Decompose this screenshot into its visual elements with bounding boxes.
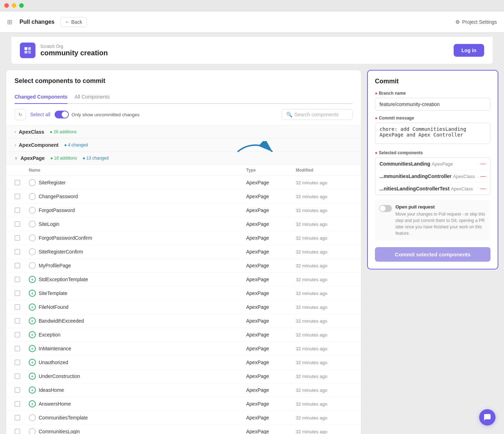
- maximize-button[interactable]: [19, 3, 24, 8]
- grid-icon: ⊞: [7, 18, 12, 26]
- plus-icon: +: [29, 386, 36, 394]
- tab-changed-components[interactable]: Changed Components: [15, 90, 67, 104]
- row-name-text: CommunitiesLogin: [39, 429, 80, 434]
- table-row: + BandwidthExceeded ApexPage 32 minutes …: [6, 314, 361, 328]
- row-name: + IdeasHome: [29, 386, 246, 394]
- row-checkbox[interactable]: [15, 429, 20, 434]
- tab-all-components[interactable]: All Components: [74, 90, 110, 104]
- row-checkbox[interactable]: [15, 194, 20, 199]
- select-all-button[interactable]: Select all: [30, 112, 50, 117]
- row-modified: 32 minutes ago: [296, 374, 353, 379]
- row-checkbox[interactable]: [15, 277, 20, 282]
- row-checkbox[interactable]: [15, 360, 20, 365]
- row-name-text: StdExceptionTemplate: [39, 277, 88, 282]
- row-modified: 32 minutes ago: [296, 332, 353, 338]
- uncommitted-toggle-wrap: Only show uncommitted changes: [55, 111, 139, 118]
- plus-icon: +: [29, 304, 36, 311]
- circle-icon: [29, 248, 36, 255]
- refresh-icon: ↻: [18, 112, 22, 117]
- commit-selected-button[interactable]: Commit selected components: [375, 247, 491, 262]
- commit-message-input[interactable]: chore: add CommunitiesLanding ApexPage a…: [375, 123, 491, 144]
- row-type: ApexPage: [246, 235, 296, 241]
- row-checkbox[interactable]: [15, 401, 20, 407]
- minimize-button[interactable]: [12, 3, 16, 8]
- row-name: ForgotPasswordConfirm: [29, 234, 246, 241]
- top-bar: ⊞ Pull changes ← Back ⚙ Project Settings: [0, 11, 504, 33]
- row-modified: 32 minutes ago: [296, 291, 353, 296]
- row-checkbox[interactable]: [15, 263, 20, 268]
- row-name: SiteRegister: [29, 179, 246, 186]
- row-modified: 32 minutes ago: [296, 249, 353, 255]
- row-modified: 32 minutes ago: [296, 180, 353, 185]
- row-checkbox[interactable]: [15, 346, 20, 351]
- right-panel: Commit ● Branch name ● Commit message ch…: [367, 70, 498, 275]
- row-checkbox[interactable]: [15, 207, 20, 213]
- table-row: + UnderConstruction ApexPage 32 minutes …: [6, 369, 361, 383]
- column-headers: Name Type Modified: [6, 165, 361, 176]
- commit-title: Commit: [375, 78, 491, 85]
- row-name: + InMaintenance: [29, 345, 246, 352]
- plus-icon: +: [29, 276, 36, 283]
- open-pr-desc: Move your changes to Pull request - or s…: [395, 211, 486, 237]
- plus-icon: +: [29, 373, 36, 380]
- circle-icon: [29, 179, 36, 186]
- row-checkbox[interactable]: [15, 180, 20, 185]
- row-checkbox[interactable]: [15, 235, 20, 241]
- chat-bubble[interactable]: [479, 409, 495, 425]
- selected-item-0: CommunitiesLanding ApexPage —: [375, 158, 490, 170]
- row-name-text: SiteTemplate: [39, 290, 67, 296]
- project-settings-button[interactable]: ⚙ Project Settings: [455, 19, 497, 25]
- row-checkbox[interactable]: [15, 221, 20, 227]
- remove-item-1-button[interactable]: —: [480, 173, 486, 179]
- group-badge-apexcomponent: ● 4 changed: [64, 143, 88, 148]
- group-badge-apexpage-changed: ● 13 changed: [83, 156, 109, 161]
- table-row: + StdExceptionTemplate ApexPage 32 minut…: [6, 273, 361, 286]
- row-checkbox[interactable]: [15, 415, 20, 421]
- svg-rect-3: [28, 51, 31, 54]
- window-chrome: [0, 0, 504, 11]
- circle-icon: [29, 414, 36, 421]
- back-label: Back: [71, 19, 82, 25]
- remove-item-2-button[interactable]: —: [480, 186, 486, 191]
- table-row: + IdeasHome ApexPage 32 minutes ago: [6, 383, 361, 397]
- row-type: ApexPage: [246, 194, 296, 199]
- selected-item-name-0: CommunitiesLanding ApexPage: [380, 161, 453, 167]
- tabs: Changed Components All Components: [15, 90, 353, 104]
- group-apexcomponent[interactable]: › ApexComponent ● 4 changed: [6, 139, 361, 152]
- row-name-text: AnswersHome: [39, 401, 71, 407]
- row-checkbox[interactable]: [15, 290, 20, 296]
- row-name-text: MyProfilePage: [39, 263, 71, 268]
- row-checkbox[interactable]: [15, 332, 20, 338]
- group-apexclass[interactable]: › ApexClass ● 26 additions: [6, 126, 361, 139]
- row-checkbox[interactable]: [15, 387, 20, 393]
- plus-icon: +: [29, 317, 36, 324]
- row-checkbox[interactable]: [15, 304, 20, 310]
- table-row: SiteRegister ApexPage 32 minutes ago: [6, 176, 361, 190]
- svg-rect-1: [28, 47, 31, 50]
- open-pr-toggle[interactable]: [379, 205, 392, 212]
- back-button[interactable]: ← Back: [60, 17, 87, 27]
- back-arrow-icon: ←: [65, 19, 70, 25]
- row-name: + Exception: [29, 331, 246, 338]
- circle-icon: [29, 234, 36, 241]
- row-checkbox[interactable]: [15, 318, 20, 324]
- branch-name-input[interactable]: [375, 98, 491, 111]
- close-button[interactable]: [4, 3, 9, 8]
- remove-item-0-button[interactable]: —: [480, 161, 486, 167]
- table-row: CommunitiesLogin ApexPage 32 minutes ago: [6, 425, 361, 434]
- row-type: ApexPage: [246, 332, 296, 338]
- rows-container: SiteRegister ApexPage 32 minutes ago Cha…: [6, 176, 361, 434]
- group-apexpage[interactable]: ∨ ApexPage ● 10 additions ● 13 changed: [6, 152, 361, 165]
- row-modified: 32 minutes ago: [296, 429, 353, 434]
- search-input-wrap[interactable]: 🔍 Search components: [282, 109, 353, 120]
- commit-message-label: ● Commit message: [375, 116, 491, 121]
- row-checkbox[interactable]: [15, 373, 20, 379]
- plus-icon: +: [29, 331, 36, 338]
- login-button[interactable]: Log in: [454, 44, 484, 57]
- refresh-button[interactable]: ↻: [15, 109, 26, 120]
- required-star-branch: ●: [375, 91, 377, 96]
- group-chevron-apexpage: ∨: [15, 156, 18, 161]
- uncommitted-toggle[interactable]: [55, 111, 69, 118]
- row-checkbox[interactable]: [15, 249, 20, 255]
- row-name-text: ForgotPassword: [39, 207, 75, 213]
